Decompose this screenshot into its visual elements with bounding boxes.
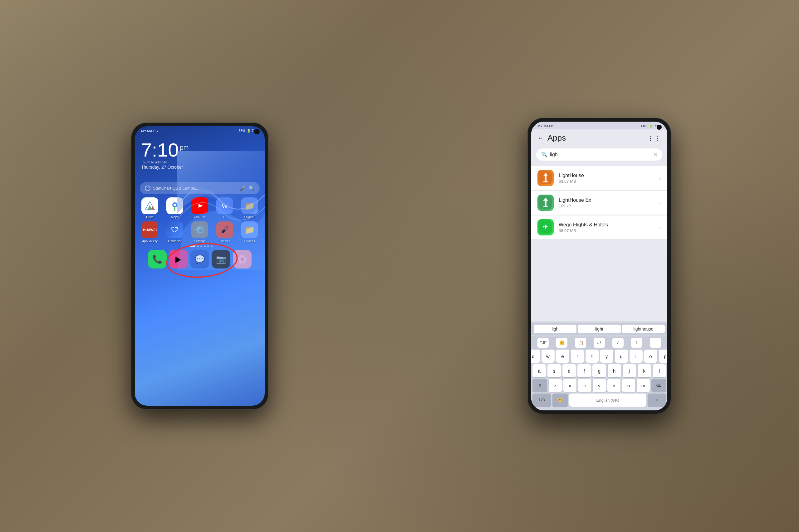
key-p[interactable]: p <box>659 349 668 363</box>
search-query-text[interactable]: ligh <box>550 152 651 157</box>
key-y[interactable]: y <box>600 349 613 363</box>
mic-icon: 🎤 <box>240 185 246 191</box>
more-menu-button[interactable]: ⋮⋮ <box>647 134 661 142</box>
suggestion-lighthouse[interactable]: lighthouse <box>622 325 665 334</box>
back-button[interactable]: ← <box>538 134 544 141</box>
suggestion-ligh[interactable]: ligh <box>534 325 577 334</box>
touch-city[interactable]: Touch to add city <box>141 160 258 164</box>
keyboard-toolbar: GIF 😊 📋 aʔ ✓ ℹ ··· <box>531 337 667 349</box>
key-row-1: q w e r t y u i o p <box>532 349 666 363</box>
lighthouseex-icon <box>538 195 554 211</box>
lighthouseex-info: LightHouse Ex 109 kB <box>559 197 654 208</box>
suggestions-bar: ligh light lighthouse <box>531 323 667 335</box>
key-h[interactable]: h <box>608 364 621 377</box>
key-emoji-bottom[interactable]: 😊 <box>552 394 568 407</box>
wego-size: 38.07 MB <box>559 228 654 233</box>
list-item[interactable]: LightHouse 63.67 MB › <box>531 166 667 190</box>
left-screen: MY MAXIS 63% 🔋 7:10 7:10pm Touch to add … <box>135 126 265 406</box>
app-drive[interactable]: Drive <box>139 197 161 219</box>
chevron-right-icon: › <box>659 175 661 182</box>
key-t[interactable]: t <box>585 349 599 363</box>
wego-name: Wego Flights & Hotels <box>559 222 654 228</box>
wego-icon: ✈ <box>538 219 554 235</box>
lighthouse-icon <box>538 170 554 186</box>
svg-point-6 <box>174 204 176 206</box>
key-123[interactable]: 123 <box>532 394 551 407</box>
right-phone: MY MAXIS 60% 🔋 7:24 ← Apps ⋮⋮ 🔍 ligh ✕ <box>527 118 671 414</box>
key-r[interactable]: r <box>571 349 584 363</box>
wego-info: Wego Flights & Hotels 38.07 MB <box>559 222 654 233</box>
translate-button[interactable]: aʔ <box>594 338 605 348</box>
check-button[interactable]: ✓ <box>612 338 623 348</box>
app-search-results: LightHouse 63.67 MB › <box>531 163 667 322</box>
app-appgallery[interactable]: HUAWEI AppGallery <box>139 222 161 243</box>
key-i[interactable]: i <box>630 349 643 363</box>
date-display: Thursday, 27 October <box>141 165 258 170</box>
key-row-3: ⇧ z x c v b n m ⌫ <box>532 379 666 392</box>
right-status-bar: MY MAXIS 60% 🔋 7:24 <box>531 121 667 129</box>
key-e[interactable]: e <box>556 349 569 363</box>
apps-title: Apps <box>547 133 643 143</box>
appgallery-label: AppGallery <box>142 240 157 243</box>
search-icon <box>145 186 150 191</box>
dock-phone[interactable]: 📞 <box>148 250 167 268</box>
emoji-button[interactable]: 😊 <box>556 338 567 348</box>
key-d[interactable]: d <box>562 364 576 377</box>
appgallery-icon: HUAWEI <box>141 222 158 238</box>
key-m[interactable]: m <box>637 379 650 392</box>
drive-label: Drive <box>146 215 153 219</box>
key-j[interactable]: j <box>623 364 636 377</box>
carrier-right: MY MAXIS <box>538 124 554 128</box>
key-b[interactable]: b <box>607 379 620 392</box>
key-x[interactable]: x <box>563 379 577 392</box>
right-screen: MY MAXIS 60% 🔋 7:24 ← Apps ⋮⋮ 🔍 ligh ✕ <box>531 121 667 411</box>
lighthouseex-size: 109 kB <box>559 204 654 208</box>
key-f[interactable]: f <box>577 364 591 377</box>
lens-icon: 🔍 <box>249 185 255 191</box>
chevron-right-icon: › <box>659 200 661 206</box>
key-q[interactable]: q <box>531 349 540 363</box>
key-u[interactable]: u <box>615 349 628 363</box>
key-v[interactable]: v <box>593 379 606 392</box>
more-tools-button[interactable]: ··· <box>650 338 661 348</box>
key-z[interactable]: z <box>549 379 562 392</box>
lighthouseex-name: LightHouse Ex <box>559 197 654 203</box>
lighthouse-size: 63.67 MB <box>559 179 654 184</box>
home-search-bar[interactable]: StanChart QS p...umps... 🎤 🔍 <box>140 182 260 194</box>
key-k[interactable]: k <box>638 364 651 377</box>
apps-header: ← Apps ⋮⋮ <box>531 129 667 146</box>
key-n[interactable]: n <box>622 379 635 392</box>
gif-button[interactable]: GIF <box>538 338 549 348</box>
left-phone: MY MAXIS 63% 🔋 7:10 7:10pm Touch to add … <box>131 122 268 410</box>
clear-search-button[interactable]: ✕ <box>653 152 657 157</box>
key-bottom-row: 123 😊 English (UK) ↵ <box>531 394 667 407</box>
key-space[interactable]: English (UK) <box>569 394 646 407</box>
list-item[interactable]: ✈ Wego Flights & Hotels 38.07 MB › <box>531 215 667 239</box>
key-shift[interactable]: ⇧ <box>532 379 547 392</box>
key-l[interactable]: l <box>653 364 666 377</box>
key-backspace[interactable]: ⌫ <box>651 379 666 392</box>
key-a[interactable]: a <box>532 364 546 377</box>
list-item[interactable]: LightHouse Ex 109 kB › <box>531 191 667 215</box>
key-enter[interactable]: ↵ <box>648 394 666 407</box>
punch-hole-right <box>657 125 662 130</box>
key-s[interactable]: s <box>547 364 561 377</box>
punch-hole-left <box>254 129 260 134</box>
keyboard: ligh light lighthouse GIF 😊 📋 aʔ ✓ ℹ ··· <box>531 322 667 411</box>
key-o[interactable]: o <box>644 349 657 363</box>
clipboard-button[interactable]: 📋 <box>575 338 586 348</box>
key-c[interactable]: c <box>578 379 591 392</box>
svg-rect-16 <box>543 206 548 207</box>
info-button[interactable]: ℹ <box>631 338 642 348</box>
right-half: MY MAXIS 60% 🔋 7:24 ← Apps ⋮⋮ 🔍 ligh ✕ <box>399 0 799 532</box>
key-w[interactable]: w <box>542 349 555 363</box>
chevron-right-icon: › <box>659 224 661 231</box>
apps-search-bar[interactable]: 🔍 ligh ✕ <box>536 148 662 160</box>
key-g[interactable]: g <box>593 364 606 377</box>
svg-rect-12 <box>543 181 548 183</box>
suggestion-light[interactable]: light <box>578 325 620 334</box>
lighthouse-info: LightHouse 63.67 MB <box>559 173 654 184</box>
search-placeholder: StanChart QS p...umps... <box>153 186 237 191</box>
keyboard-rows: q w e r t y u i o p a s d <box>531 349 667 392</box>
svg-text:✈: ✈ <box>543 223 548 231</box>
